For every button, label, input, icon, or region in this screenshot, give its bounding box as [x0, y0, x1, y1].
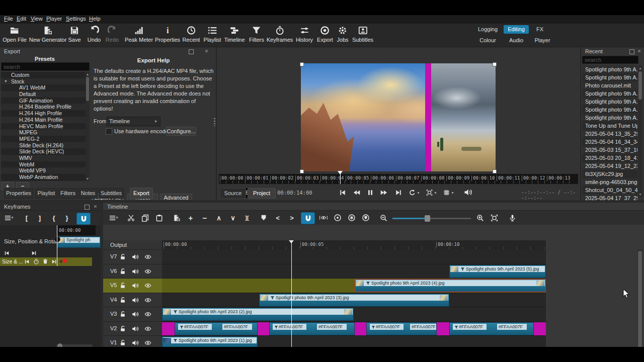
redo-button[interactable]: Redo — [106, 26, 119, 43]
recent-scroll-thumb[interactable] — [638, 71, 642, 100]
configure-button[interactable]: Configure... — [166, 127, 196, 136]
set-second-simple-keyframe-button[interactable]: } — [61, 213, 72, 223]
menu-file[interactable]: File — [4, 16, 13, 22]
menu-edit[interactable]: Edit — [17, 16, 26, 22]
track-header-v4[interactable]: V4 — [103, 293, 162, 307]
recent-item[interactable]: Spotlight photo 9th A... — [582, 73, 637, 81]
recent-item[interactable]: Photo carousel.mlt — [582, 81, 637, 89]
recent-scrollbar[interactable]: ▲ ▼ — [638, 65, 642, 197]
recent-search-input[interactable] — [582, 56, 638, 64]
prev-keyframe-icon[interactable] — [4, 250, 10, 256]
zoom-slider-thumb[interactable] — [425, 215, 430, 222]
keyframe-dot[interactable] — [54, 236, 60, 242]
properties-button[interactable]: Properties — [155, 26, 180, 43]
track-header-v6[interactable]: V6 — [103, 264, 162, 279]
clip-v2-color[interactable]: #FFAA007F #FFAA007F — [366, 322, 437, 335]
collapse-arrow-icon[interactable]: ▼ — [4, 78, 8, 85]
float-panel-icon[interactable] — [85, 205, 90, 210]
zoom-fit-button[interactable]: ▼ — [426, 188, 437, 198]
rewind-button[interactable] — [351, 188, 362, 198]
keyframes-ruler[interactable]: 00:00:00 — [57, 225, 96, 235]
zoom-fit-button[interactable] — [489, 213, 500, 223]
recent-item[interactable]: Spotlight photo 9th A... — [582, 65, 637, 73]
keyframe-red-dot[interactable] — [62, 258, 67, 263]
keyframe-marker-icon[interactable]: ◀ — [59, 259, 62, 263]
hide-icon[interactable] — [144, 268, 151, 275]
set-first-simple-keyframe-button[interactable]: { — [48, 213, 59, 223]
prev-marker-button[interactable]: < — [272, 213, 283, 223]
lock-icon[interactable] — [119, 339, 126, 346]
scroll-up-icon[interactable]: ▲ — [638, 66, 642, 70]
close-panel-icon[interactable]: ✕ — [636, 49, 642, 54]
vui-handle-top-left[interactable] — [300, 62, 304, 66]
history-button[interactable]: History — [296, 26, 313, 43]
mute-icon[interactable] — [132, 325, 139, 332]
preset-item[interactable]: WMV — [1, 155, 90, 161]
save-button[interactable]: Save — [68, 26, 80, 43]
subtitles-button[interactable]: Subtitles — [352, 26, 373, 43]
lift-button[interactable]: ∧ — [213, 213, 224, 223]
add-button[interactable]: + — [185, 213, 196, 223]
vui-handle-top-right[interactable] — [493, 62, 497, 66]
mute-icon[interactable] — [132, 253, 139, 260]
tab-project[interactable]: Project — [248, 188, 276, 199]
export-button[interactable]: Export — [317, 26, 333, 43]
preset-item[interactable]: H.264 Baseline Profile — [1, 104, 90, 110]
zoom-in-button[interactable] — [474, 213, 486, 223]
layout-player[interactable]: Player — [530, 36, 554, 45]
hide-icon[interactable] — [144, 253, 151, 260]
timeline-ruler[interactable]: 00:00:00 00:00:05 00:00:10 — [162, 240, 546, 250]
recent-item[interactable]: Tone Up and Tune Up... — [582, 122, 637, 130]
remove-button[interactable]: − — [199, 213, 210, 223]
split-button[interactable]: ][ — [242, 213, 253, 223]
layout-editing[interactable]: Editing — [504, 25, 529, 34]
timeline-menu-button[interactable]: ▾ — [107, 213, 120, 223]
layout-logging[interactable]: Logging — [473, 25, 502, 34]
timeline-vscrollbar[interactable] — [637, 250, 642, 350]
close-panel-icon[interactable]: ✕ — [204, 49, 209, 54]
tab-filters[interactable]: Filters — [58, 188, 77, 199]
zoom-slider-track[interactable] — [392, 218, 471, 219]
tab-subtitles[interactable]: Subtitles — [99, 188, 124, 199]
keyframes-param-row[interactable]: Size & ... ◀ — [0, 257, 92, 266]
preset-item[interactable]: WebM VP9 — [1, 167, 90, 174]
cut-button[interactable] — [125, 213, 136, 223]
track-header-v7[interactable]: V7 — [103, 250, 162, 264]
keyframes-clip[interactable]: Spotlight ph — [57, 236, 101, 248]
new-generator-button[interactable]: New Generator — [29, 26, 67, 43]
recent-item[interactable]: 2025-05-04 19_12_23... — [582, 162, 637, 170]
preset-item[interactable]: Slide Deck (HEVC) — [1, 148, 90, 155]
output-row[interactable]: Output — [103, 240, 162, 250]
volume-button[interactable] — [462, 187, 473, 197]
playlist-button[interactable]: Playlist — [204, 26, 221, 43]
layout-audio[interactable]: Audio — [504, 36, 529, 45]
transition-clip[interactable] — [355, 322, 366, 335]
hardware-encoder-checkbox[interactable] — [106, 128, 112, 135]
seek-next-icon[interactable] — [51, 259, 57, 264]
paste-button[interactable] — [153, 213, 165, 223]
layout-colour[interactable]: Colour — [473, 36, 502, 45]
preset-item[interactable]: H.264 Main Profile — [1, 117, 90, 123]
append-button[interactable] — [171, 213, 182, 223]
open-file-button[interactable]: Open File — [3, 26, 27, 43]
video-preview[interactable] — [301, 63, 496, 171]
menu-settings[interactable]: Settings — [66, 16, 86, 22]
preset-item[interactable]: MPEG-2 — [1, 136, 90, 142]
preset-scroll-thumb[interactable] — [86, 77, 89, 101]
fast-forward-button[interactable] — [378, 188, 389, 198]
splitter-handle[interactable] — [214, 118, 215, 126]
preset-item[interactable]: AV1 WebM — [1, 84, 90, 91]
track-header-v2[interactable]: V2 — [103, 322, 162, 336]
filters-button[interactable]: Filters — [249, 26, 264, 43]
hide-icon[interactable] — [144, 297, 151, 304]
float-panel-icon[interactable] — [189, 49, 194, 54]
lock-icon[interactable] — [119, 325, 126, 332]
recent-item[interactable]: Spotlight photo 9th A... — [582, 106, 637, 114]
overwrite-button[interactable]: ∨ — [227, 213, 238, 223]
transition-clip[interactable] — [437, 322, 449, 335]
recent-item[interactable]: Spotlight photo 9th A... — [582, 89, 637, 98]
mute-icon[interactable] — [132, 282, 139, 289]
lock-icon[interactable] — [119, 268, 126, 275]
scroll-up-icon[interactable]: ▲ — [86, 72, 90, 76]
marker-button[interactable] — [258, 213, 269, 223]
